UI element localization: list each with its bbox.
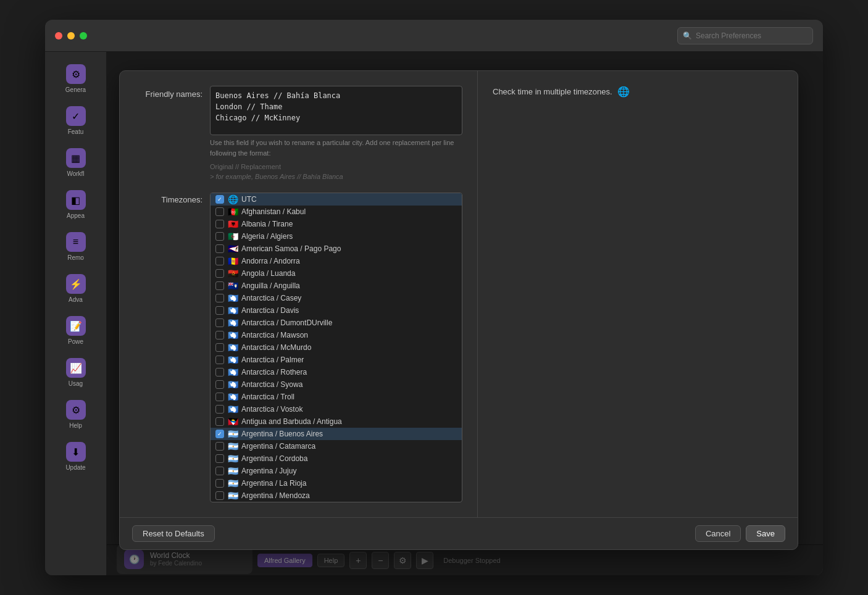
tz-checkbox-aq-mcmurdo[interactable] — [215, 343, 224, 352]
minimize-button[interactable] — [67, 32, 75, 40]
tz-flag-utc: 🌐 — [228, 196, 238, 203]
maximize-button[interactable] — [80, 32, 87, 40]
timezone-item-aq-syowa[interactable]: 🇦🇶 Antarctica / Syowa — [211, 378, 462, 391]
timezone-item-aq-mawson[interactable]: 🇦🇶 Antarctica / Mawson — [211, 329, 462, 341]
timezone-item-ar-mendoza[interactable]: 🇦🇷 Argentina / Mendoza — [211, 489, 462, 502]
timezone-item-aq-rothera[interactable]: 🇦🇶 Antarctica / Rothera — [211, 366, 462, 378]
sidebar-item-appearance[interactable]: ◧ Appea — [51, 185, 101, 225]
timezone-item-aq-palmer[interactable]: 🇦🇶 Antarctica / Palmer — [211, 354, 462, 366]
tz-checkbox-dz-algiers[interactable] — [215, 232, 224, 241]
timezone-item-aq-davis[interactable]: 🇦🇶 Antarctica / Davis — [211, 304, 462, 317]
timezone-item-ad-andorra[interactable]: 🇦🇩 Andorra / Andorra — [211, 255, 462, 267]
tz-checkbox-af-kabul[interactable] — [215, 207, 224, 216]
tz-flag-ai: 🇦🇮 — [228, 282, 238, 289]
sidebar-item-usage[interactable]: 📈 Usag — [51, 353, 101, 393]
tz-name-af-kabul: Afghanistan / Kabul — [241, 207, 457, 216]
save-button[interactable]: Save — [746, 525, 785, 542]
dialog-overlay: Friendly names: Buenos Aires // Bahía Bl… — [107, 52, 823, 575]
right-panel-title: Check time in multiple timezones. 🌐 — [493, 86, 783, 98]
tz-checkbox-al-tirane[interactable] — [215, 220, 224, 228]
tz-checkbox-ar-buenosaires[interactable] — [215, 430, 224, 438]
update-icon: ⬇ — [66, 442, 86, 462]
timezone-item-aq-vostok[interactable]: 🇦🇶 Antarctica / Vostok — [211, 403, 462, 415]
timezone-item-ai-anguilla[interactable]: 🇦🇮 Anguilla / Anguilla — [211, 280, 462, 292]
help-text: Use this field if you wish to rename a p… — [210, 138, 462, 158]
tz-name-as-pagopago: American Samoa / Pago Pago — [241, 244, 457, 253]
sidebar-item-workflows[interactable]: ▦ Workfl — [51, 143, 101, 183]
tz-checkbox-aq-palmer[interactable] — [215, 356, 224, 364]
timezone-item-aq-mcmurdo[interactable]: 🇦🇶 Antarctica / McMurdo — [211, 341, 462, 354]
tz-name-al-tirane: Albania / Tirane — [241, 220, 457, 228]
tz-checkbox-ar-jujuy[interactable] — [215, 467, 224, 475]
tz-checkbox-utc[interactable] — [215, 195, 224, 204]
timezones-list[interactable]: 🌐 UTC 🇦🇫 Afghanistan / Kabul — [210, 193, 462, 502]
tz-checkbox-aq-vostok[interactable] — [215, 405, 224, 414]
tz-checkbox-as-pagopago[interactable] — [215, 244, 224, 253]
close-button[interactable] — [55, 32, 62, 40]
globe-icon: 🌐 — [617, 86, 630, 98]
tz-checkbox-ao-luanda[interactable] — [215, 269, 224, 278]
tz-name-aq-troll: Antarctica / Troll — [241, 393, 457, 401]
features-icon: ✓ — [66, 106, 86, 126]
timezone-item-aq-casey[interactable]: 🇦🇶 Antarctica / Casey — [211, 292, 462, 304]
timezone-item-ao-luanda[interactable]: 🇦🇴 Angola / Luanda — [211, 267, 462, 280]
tz-checkbox-aq-syowa[interactable] — [215, 380, 224, 389]
sidebar-item-features[interactable]: ✓ Featu — [51, 101, 101, 141]
timezone-item-aq-troll[interactable]: 🇦🇶 Antarctica / Troll — [211, 391, 462, 403]
tz-name-ag-antigua: Antigua and Barbuda / Antigua — [241, 417, 457, 426]
tz-checkbox-aq-casey[interactable] — [215, 294, 224, 302]
timezone-item-ar-jujuy[interactable]: 🇦🇷 Argentina / Jujuy — [211, 465, 462, 477]
tz-name-aq-davis: Antarctica / Davis — [241, 306, 457, 315]
timezone-item-aq-dumont[interactable]: 🇦🇶 Antarctica / DumontDUrville — [211, 317, 462, 329]
tz-flag-ag: 🇦🇬 — [228, 418, 238, 425]
timezone-item-as-pagopago[interactable]: 🇦🇸 American Samoa / Pago Pago — [211, 243, 462, 255]
sidebar-item-label: Help — [69, 422, 82, 430]
tz-checkbox-aq-troll[interactable] — [215, 393, 224, 401]
tz-checkbox-ar-catamarca[interactable] — [215, 442, 224, 451]
timezone-item-al-tirane[interactable]: 🇦🇱 Albania / Tirane — [211, 218, 462, 230]
search-bar[interactable]: 🔍 — [677, 27, 813, 44]
reset-to-defaults-button[interactable]: Reset to Defaults — [132, 525, 215, 542]
search-input[interactable] — [696, 31, 807, 40]
tz-checkbox-ad-andorra[interactable] — [215, 257, 224, 265]
usage-icon: 📈 — [66, 358, 86, 378]
tz-flag-aq-mawson: 🇦🇶 — [228, 331, 238, 339]
footer-left: Reset to Defaults — [132, 525, 215, 542]
timezone-item-utc[interactable]: 🌐 UTC — [211, 193, 462, 206]
tz-checkbox-aq-rothera[interactable] — [215, 368, 224, 377]
left-panel: Friendly names: Buenos Aires // Bahía Bl… — [120, 71, 478, 517]
right-panel: Check time in multiple timezones. 🌐 — [478, 71, 798, 517]
tz-checkbox-aq-davis[interactable] — [215, 306, 224, 315]
app-window: 🔍 ⚙ Genera ✓ Featu ▦ Workfl ◧ Appea — [45, 20, 823, 575]
tz-checkbox-ar-mendoza[interactable] — [215, 491, 224, 500]
sidebar-item-help[interactable]: ⚙ Help — [51, 395, 101, 435]
sidebar-item-label: Featu — [68, 128, 84, 136]
timezone-item-ar-larioja[interactable]: 🇦🇷 Argentina / La Rioja — [211, 477, 462, 489]
sidebar-item-general[interactable]: ⚙ Genera — [51, 59, 101, 99]
cancel-button[interactable]: Cancel — [695, 525, 741, 542]
tz-flag-aq-vostok: 🇦🇶 — [228, 406, 238, 413]
friendly-names-content: Buenos Aires // Bahía Blanca London // T… — [210, 86, 462, 180]
tz-name-dz-algiers: Algeria / Algiers — [241, 232, 457, 241]
sidebar-item-remote[interactable]: ≡ Remo — [51, 227, 101, 267]
powerpack-icon: 📝 — [66, 316, 86, 336]
friendly-names-textarea[interactable]: Buenos Aires // Bahía Blanca London // T… — [210, 86, 462, 135]
tz-checkbox-ag-antigua[interactable] — [215, 417, 224, 426]
tz-checkbox-aq-mawson[interactable] — [215, 331, 224, 339]
search-icon: 🔍 — [683, 31, 692, 40]
timezone-item-ag-antigua[interactable]: 🇦🇬 Antigua and Barbuda / Antigua — [211, 415, 462, 428]
sidebar-item-powerpack[interactable]: 📝 Powe — [51, 311, 101, 351]
timezone-item-ar-cordoba[interactable]: 🇦🇷 Argentina / Cordoba — [211, 452, 462, 465]
sidebar-item-advanced[interactable]: ⚡ Adva — [51, 269, 101, 309]
timezone-item-af-kabul[interactable]: 🇦🇫 Afghanistan / Kabul — [211, 206, 462, 218]
timezone-item-ar-catamarca[interactable]: 🇦🇷 Argentina / Catamarca — [211, 440, 462, 452]
sidebar: ⚙ Genera ✓ Featu ▦ Workfl ◧ Appea ≡ Remo… — [45, 52, 107, 575]
timezone-item-dz-algiers[interactable]: 🇩🇿 Algeria / Algiers — [211, 230, 462, 243]
tz-checkbox-ar-larioja[interactable] — [215, 479, 224, 488]
tz-checkbox-ar-cordoba[interactable] — [215, 454, 224, 463]
tz-checkbox-aq-dumont[interactable] — [215, 318, 224, 327]
sidebar-item-label: Workfl — [67, 170, 84, 178]
timezone-item-ar-buenosaires[interactable]: 🇦🇷 Argentina / Buenos Aires — [211, 428, 462, 440]
sidebar-item-update[interactable]: ⬇ Update — [51, 437, 101, 476]
tz-checkbox-ai-anguilla[interactable] — [215, 281, 224, 290]
